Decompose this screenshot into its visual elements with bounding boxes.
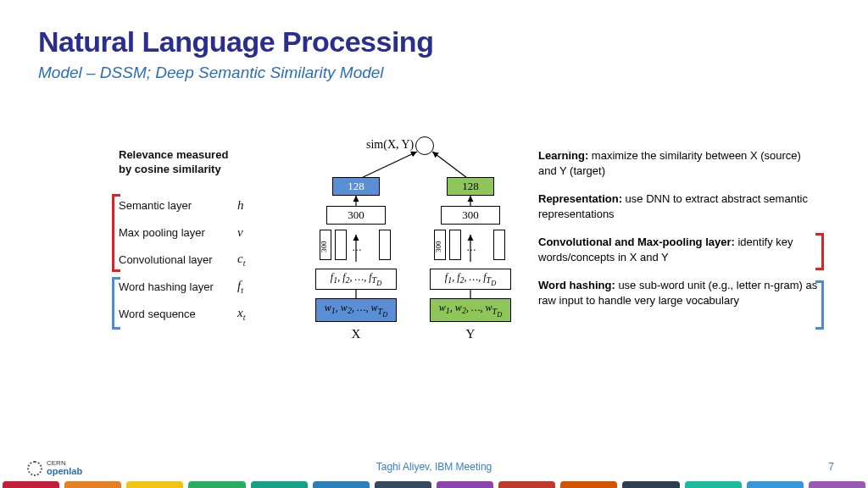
axis-y: Y — [424, 327, 517, 341]
cosine-label: Relevance measured by cosine similarity — [119, 148, 297, 177]
desc-conv: Convolutional and Max-pooling layer: ide… — [538, 235, 822, 264]
diagram-area: Relevance measured by cosine similarity … — [0, 148, 868, 402]
bracket-red-right — [821, 233, 824, 270]
network-diagram: sim(X, Y) 128 300 300 … f1, f2, …, fTD w… — [297, 133, 534, 353]
desc-representation: Representation: use DNN to extract abstr… — [538, 191, 822, 221]
y-conv: 300 … — [424, 230, 517, 263]
y-128: 128 — [447, 177, 494, 196]
layer-semantic: Semantic layerh — [119, 192, 297, 219]
desc-learning: Learning: maximize the similarity betwee… — [538, 148, 822, 178]
slide-subtitle: Model – DSSM; Deep Semantic Similarity M… — [38, 64, 830, 82]
y-300: 300 — [441, 206, 500, 225]
column-y: 128 300 300 … f1, f2, …, fTD w1, w2, …, … — [424, 164, 517, 341]
page-number: 7 — [828, 461, 834, 473]
slide-title: Natural Language Processing — [38, 25, 830, 58]
sim-node — [415, 136, 434, 155]
layer-conv: Convolutional layerct — [119, 247, 297, 274]
layer-labels: Relevance measured by cosine similarity … — [119, 148, 297, 328]
layer-maxpool: Max pooling layerv — [119, 219, 297, 247]
x-300: 300 — [326, 206, 386, 225]
sim-label: sim(X, Y) — [366, 138, 414, 152]
descriptions: Learning: maximize the similarity betwee… — [538, 148, 822, 321]
layer-hash: Word hashing layerft — [119, 274, 297, 301]
desc-hash: Word hashing: use sub-word unit (e.g., l… — [538, 278, 822, 308]
layer-seq: Word sequencext — [119, 301, 297, 328]
y-f: f1, f2, …, fTD — [430, 269, 511, 290]
bracket-blue-left — [112, 277, 114, 330]
x-128: 128 — [332, 177, 380, 196]
x-conv: 300 … — [309, 230, 403, 263]
x-w: w1, w2, …, wTD — [315, 298, 397, 321]
footer-author: Taghi Aliyev, IBM Meeting — [0, 461, 868, 473]
y-w: w1, w2, …, wTD — [430, 298, 511, 321]
x-f: f1, f2, …, fTD — [315, 269, 397, 290]
column-x: 128 300 300 … f1, f2, …, fTD w1, w2, …, … — [309, 164, 403, 341]
slide: Natural Language Processing Model – DSSM… — [0, 0, 868, 488]
color-ribbon — [0, 481, 868, 488]
bracket-red-left — [112, 194, 114, 272]
axis-x: X — [309, 327, 403, 341]
bracket-blue-right — [821, 280, 824, 330]
